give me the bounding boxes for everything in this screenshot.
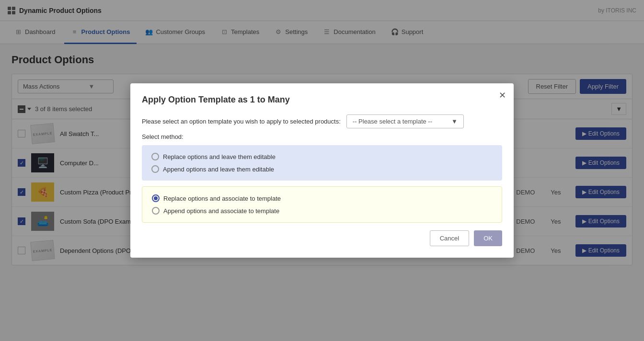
yellow-method-section: Replace options and associate to templat… [142,186,502,223]
radio-label-replace-associate: Replace options and associate to templat… [163,195,281,202]
select-method-label: Select method: [142,133,502,140]
radio-label-replace-editable: Replace options and leave them editable [163,153,276,160]
radio-label-append-editable: Append options and leave them editable [163,166,274,173]
radio-replace-associate[interactable]: Replace options and associate to templat… [152,194,492,202]
radio-circle-replace-associate [152,194,160,202]
template-select-chevron-icon: ▼ [451,118,458,125]
radio-label-append-associate: Append options and associate to template [163,207,279,215]
radio-replace-editable[interactable]: Replace options and leave them editable [151,153,493,160]
blue-method-section: Replace options and leave them editable … [142,145,502,181]
radio-append-associate[interactable]: Append options and associate to template [152,207,492,215]
radio-circle-append-associate [152,207,160,215]
cancel-button[interactable]: Cancel [430,230,469,246]
modal-footer: Cancel OK [142,230,502,246]
modal-close-button[interactable]: ✕ [499,91,506,100]
template-select-value: -- Please select a template -- [353,118,432,125]
template-select-dropdown[interactable]: -- Please select a template -- ▼ [346,114,464,128]
radio-circle-append-editable [151,165,159,173]
radio-append-editable[interactable]: Append options and leave them editable [151,165,493,173]
modal-dialog: ✕ Apply Option Template as 1 to Many Ple… [130,83,514,258]
template-label: Please select an option template you wis… [142,118,341,125]
template-row: Please select an option template you wis… [142,114,502,128]
radio-circle-replace-editable [151,153,159,160]
modal-title: Apply Option Template as 1 to Many [142,95,502,105]
modal-overlay: ✕ Apply Option Template as 1 to Many Ple… [0,0,644,275]
ok-button[interactable]: OK [474,230,502,246]
